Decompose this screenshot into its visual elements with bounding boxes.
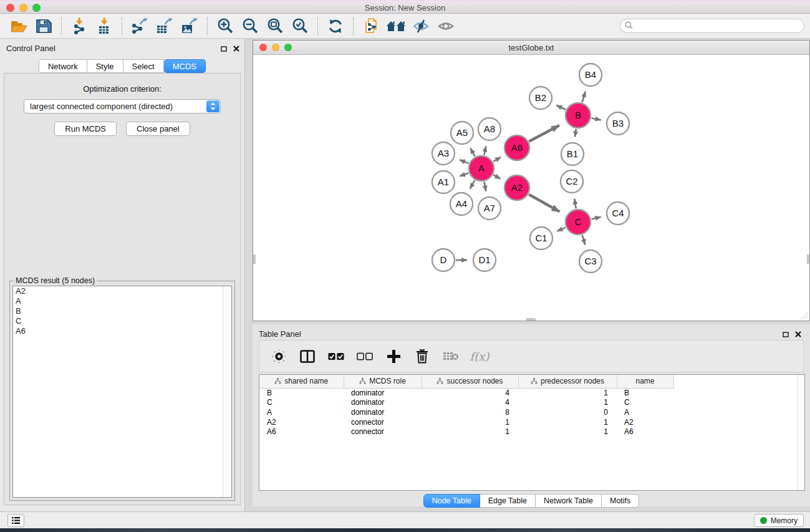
table-row[interactable]: Bdominator41B bbox=[259, 388, 673, 398]
graph-node-C4[interactable]: C4 bbox=[607, 202, 629, 225]
table-options-button[interactable] bbox=[271, 347, 287, 365]
mcds-result-items: A2ABCA6 bbox=[13, 286, 231, 336]
refresh-button[interactable] bbox=[323, 16, 348, 37]
tab-network[interactable]: Network bbox=[39, 59, 87, 73]
column-header-predecessor-nodes[interactable]: predecessor nodes bbox=[518, 375, 617, 388]
graph-edge-C-C1 bbox=[557, 228, 566, 231]
graph-node-C1[interactable]: C1 bbox=[530, 227, 552, 249]
duplicate-network-button[interactable] bbox=[359, 16, 383, 37]
zoom-selected-button[interactable] bbox=[287, 16, 312, 37]
column-header-MCDS-role[interactable]: MCDS role bbox=[344, 375, 422, 388]
graph-node-C2[interactable]: C2 bbox=[561, 170, 583, 193]
svg-text:C1: C1 bbox=[535, 233, 547, 243]
graph-node-A1[interactable]: A1 bbox=[432, 171, 455, 193]
save-session-button[interactable] bbox=[31, 16, 56, 37]
import-table-button[interactable] bbox=[92, 16, 117, 37]
import-network-button[interactable] bbox=[67, 16, 92, 37]
toolbar-separator bbox=[61, 17, 62, 35]
canvas-left-scroll-thumb[interactable] bbox=[253, 254, 256, 264]
tab-edge-table[interactable]: Edge Table bbox=[480, 494, 536, 508]
table-header-row: shared nameMCDS rolesuccessor nodesprede… bbox=[259, 375, 673, 388]
graph-node-A2[interactable]: A2 bbox=[504, 175, 529, 200]
delete-column-button[interactable] bbox=[414, 347, 430, 365]
svg-text:A4: A4 bbox=[456, 198, 467, 209]
graph-node-A5[interactable]: A5 bbox=[451, 122, 473, 144]
canvas-right-scroll-thumb[interactable] bbox=[807, 254, 809, 264]
column-header-name[interactable]: name bbox=[617, 375, 673, 388]
zoom-fit-button[interactable] bbox=[263, 16, 287, 37]
graph-node-B3[interactable]: B3 bbox=[607, 112, 629, 135]
canvas-bottom-scroll-thumb[interactable] bbox=[526, 318, 536, 321]
table-body: Bdominator41BCdominator41CAdominator80AA… bbox=[259, 388, 673, 437]
zoom-out-button[interactable] bbox=[238, 16, 263, 37]
close-panel-icon[interactable] bbox=[233, 44, 239, 54]
graph-node-A4[interactable]: A4 bbox=[450, 193, 473, 215]
tab-motifs[interactable]: Motifs bbox=[602, 494, 639, 508]
column-header-successor-nodes[interactable]: successor nodes bbox=[422, 375, 518, 388]
memory-status-icon bbox=[760, 517, 767, 524]
graph-node-A7[interactable]: A7 bbox=[478, 197, 501, 220]
network-window-title: testGlobe.txt bbox=[253, 43, 809, 52]
create-column-button[interactable] bbox=[385, 347, 402, 365]
graph-node-B1[interactable]: B1 bbox=[561, 143, 584, 165]
graph-node-D1[interactable]: D1 bbox=[473, 249, 496, 271]
mcds-result-list[interactable]: A2ABCA6 bbox=[12, 286, 232, 498]
graph-node-C3[interactable]: C3 bbox=[579, 250, 602, 273]
float-panel-icon[interactable] bbox=[221, 44, 227, 54]
svg-text:A: A bbox=[478, 163, 485, 173]
tab-mcds[interactable]: MCDS bbox=[164, 59, 206, 73]
tab-node-table[interactable]: Node Table bbox=[423, 494, 480, 508]
mcds-tab-content: Optimization criterion: largest connecte… bbox=[4, 73, 241, 505]
select-all-columns-button[interactable] bbox=[328, 347, 344, 365]
run-mcds-button[interactable]: Run MCDS bbox=[54, 122, 117, 136]
tab-select[interactable]: Select bbox=[123, 59, 164, 73]
table-row[interactable]: Cdominator41C bbox=[259, 398, 673, 408]
mcds-result-item[interactable]: B bbox=[13, 306, 231, 316]
table-row[interactable]: A6connector11A6 bbox=[259, 427, 673, 437]
home-button[interactable] bbox=[383, 16, 408, 37]
graph-node-B2[interactable]: B2 bbox=[529, 87, 552, 109]
mcds-result-item[interactable]: A2 bbox=[13, 286, 231, 296]
control-panel-title: Control Panel bbox=[6, 44, 55, 53]
criterion-dropdown[interactable]: largest connected component (directed) bbox=[24, 99, 221, 114]
graph-node-A8[interactable]: A8 bbox=[478, 118, 501, 140]
svg-text:A6: A6 bbox=[511, 142, 523, 153]
toggle-bird-view-button[interactable] bbox=[408, 16, 433, 37]
graph-node-B[interactable]: B bbox=[566, 103, 591, 128]
memory-button[interactable]: Memory bbox=[754, 514, 804, 527]
window-resize-grip[interactable] bbox=[801, 312, 809, 320]
table-cell: C bbox=[617, 398, 673, 408]
close-panel-button[interactable]: Close panel bbox=[126, 122, 190, 136]
export-table-button[interactable] bbox=[152, 16, 177, 37]
open-session-button[interactable] bbox=[6, 16, 31, 37]
column-header-shared-name[interactable]: shared name bbox=[259, 375, 344, 388]
graph-node-A[interactable]: A bbox=[469, 156, 494, 181]
table-row[interactable]: Adominator80A bbox=[259, 407, 673, 417]
export-image-button[interactable] bbox=[177, 16, 202, 37]
table-row[interactable]: A2connector11A2 bbox=[259, 417, 673, 427]
unselect-all-columns-button[interactable] bbox=[357, 347, 373, 365]
close-table-panel-icon[interactable] bbox=[795, 330, 801, 339]
search-input[interactable] bbox=[620, 19, 804, 33]
tab-style[interactable]: Style bbox=[87, 59, 123, 73]
zoom-in-button[interactable] bbox=[213, 16, 238, 37]
graph-node-A3[interactable]: A3 bbox=[432, 142, 455, 165]
table-scrollbar[interactable] bbox=[797, 375, 804, 490]
graph-edge-C-C4 bbox=[592, 217, 601, 219]
network-canvas[interactable]: B4 B2 B B3 A5 A8 A6 A3 B1 A A1 C2 A2 bbox=[253, 55, 809, 321]
result-list-scrollbar[interactable] bbox=[223, 286, 231, 497]
mcds-result-item[interactable]: A bbox=[13, 296, 231, 306]
graph-node-A6[interactable]: A6 bbox=[504, 135, 529, 160]
show-column-button[interactable] bbox=[299, 347, 316, 365]
graph-node-C[interactable]: C bbox=[566, 210, 591, 235]
mcds-result-item[interactable]: C bbox=[13, 316, 231, 326]
mcds-result-item[interactable]: A6 bbox=[13, 326, 231, 336]
graph-node-B4[interactable]: B4 bbox=[579, 64, 602, 86]
tab-network-table[interactable]: Network Table bbox=[536, 494, 602, 508]
task-history-button[interactable] bbox=[7, 514, 24, 527]
float-table-panel-icon[interactable] bbox=[783, 330, 789, 339]
export-network-button[interactable] bbox=[127, 16, 152, 37]
graphics-details-button[interactable] bbox=[433, 16, 458, 37]
graph-node-D[interactable]: D bbox=[432, 249, 455, 271]
control-panel: Control Panel NetworkStyleSelectMCDS Opt… bbox=[0, 39, 245, 511]
